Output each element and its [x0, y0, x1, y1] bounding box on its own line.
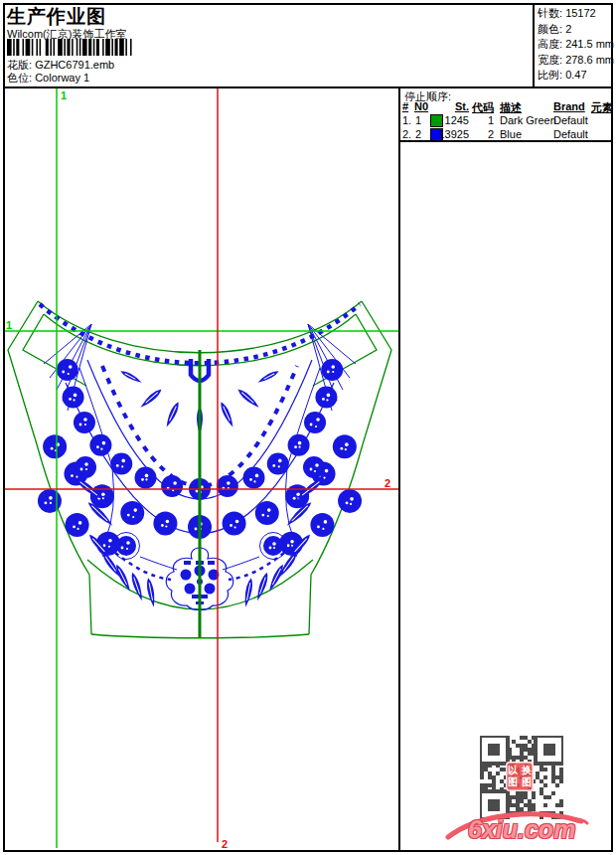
row1-description: Dark Green [500, 114, 556, 126]
col-header-n0: N0 [414, 100, 428, 112]
row2-code: 2 [472, 128, 494, 140]
production-worksheet: 1 1 2 2 生产作业图 Wilcom(汇京)装饰工作室 花版: GZHC67… [0, 0, 616, 855]
row2-description: Blue [500, 128, 522, 140]
col-header-hash: # [402, 100, 408, 112]
row1-stitches: 1245 [436, 114, 469, 126]
col-header-code: 代码 [472, 100, 494, 115]
stamp-char: 图 [508, 776, 518, 788]
watermark-site-text: 6xiu.com [468, 815, 575, 844]
stamp-char: 换 [522, 765, 532, 776]
marker-1-left: 1 [6, 319, 12, 331]
marker-1-top: 1 [61, 89, 67, 101]
start-stop-marker-layer: 1 1 2 2 [0, 0, 616, 855]
col-header-desc: 描述 [500, 100, 522, 115]
row1-code: 1 [472, 114, 494, 126]
row2-n: 2 [415, 128, 421, 140]
row2-stitches: 13925 [436, 128, 469, 140]
row1-n: 1 [415, 114, 421, 126]
stamp-char: 以 [508, 765, 518, 776]
col-header-element: 元素 [591, 100, 613, 115]
site-watermark: 6xiu.com [442, 805, 591, 851]
row1-index: 1. [402, 114, 411, 126]
col-header-brand: Brand [553, 100, 585, 112]
row1-brand: Default [553, 114, 588, 126]
header-divider [3, 86, 613, 88]
marker-2-right: 2 [385, 477, 390, 489]
row2-brand: Default [553, 128, 588, 140]
row2-index: 2. [402, 128, 411, 140]
col-header-st: St. [436, 100, 469, 112]
red-seal-stamp: 以 换 图 图 [506, 762, 534, 791]
stamp-char: 图 [522, 776, 532, 788]
marker-2-bottom: 2 [222, 838, 228, 850]
panel-vertical-divider [398, 88, 400, 850]
header-vertical-divider [533, 3, 535, 86]
